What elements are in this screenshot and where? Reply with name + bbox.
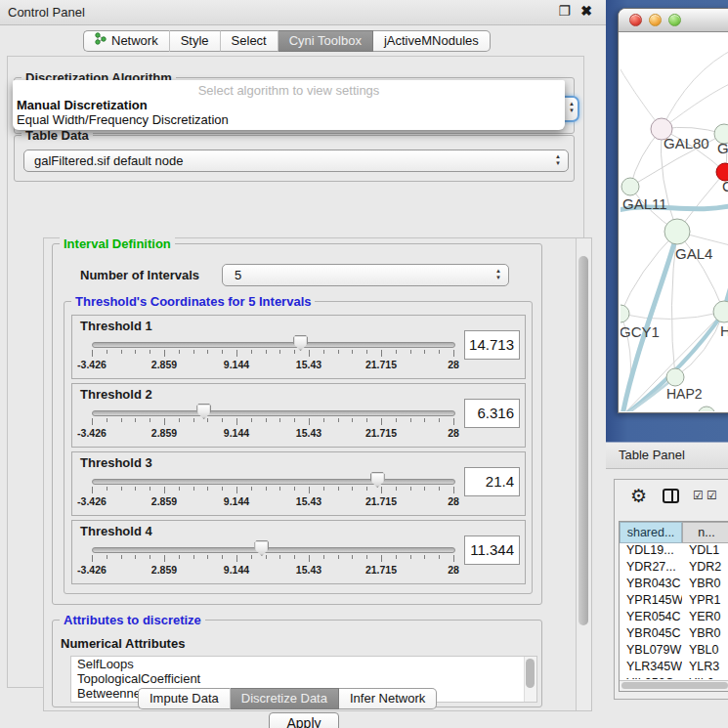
network-node-hap2[interactable] xyxy=(666,368,684,386)
table-row[interactable]: YBR043CYBR0 xyxy=(620,577,728,593)
scrollbar-thumb[interactable] xyxy=(526,659,535,688)
tick-mark xyxy=(439,350,440,354)
slider-thumb[interactable] xyxy=(196,404,211,419)
checkbox-icon[interactable]: ☑ xyxy=(707,489,717,502)
tick-label: -3.426 xyxy=(77,427,107,439)
slider-thumb[interactable] xyxy=(370,472,385,488)
slider-track[interactable] xyxy=(92,547,455,553)
table-cell: YBL0 xyxy=(682,643,728,660)
tab-style[interactable]: Style xyxy=(170,30,221,52)
table-cell: YDR27... xyxy=(620,560,682,577)
tick-label: 21.715 xyxy=(365,427,397,439)
tick-mark xyxy=(338,487,339,491)
network-node-gcy1[interactable] xyxy=(621,305,629,322)
table-header-row: shared...n... xyxy=(620,522,728,543)
network-node-gal11[interactable] xyxy=(621,178,639,195)
threshold-value-field[interactable]: 11.344 xyxy=(464,535,520,565)
tick-mark xyxy=(207,418,208,422)
tick-label: 9.144 xyxy=(224,564,249,576)
zoom-window-button[interactable] xyxy=(668,14,681,26)
column-header[interactable]: n... xyxy=(682,522,728,543)
tick-mark xyxy=(193,350,194,354)
tick-mark xyxy=(135,487,136,491)
settings-vertical-scrollbar[interactable] xyxy=(576,238,591,710)
algorithm-option-manual-discretization[interactable]: Manual Discretization xyxy=(13,98,565,112)
table-panel-titlebar: Table Panel xyxy=(606,442,728,469)
network-edge[interactable] xyxy=(621,60,662,129)
threshold-value-field[interactable]: 21.4 xyxy=(464,467,520,496)
network-desktop: GAL80GACGAL11GAL4GCY1HHAP2 xyxy=(606,0,728,442)
slider-thumb[interactable] xyxy=(293,335,308,351)
table-row[interactable]: YDL19...YDL1 xyxy=(620,543,728,560)
attribute-item-selfloops[interactable]: SelfLoops xyxy=(71,657,536,671)
tab-label: Style xyxy=(181,31,209,51)
combo-stepper-icon[interactable]: ▲▼ xyxy=(493,268,503,281)
slider-track[interactable] xyxy=(92,479,455,485)
tab-select[interactable]: Select xyxy=(221,30,278,52)
gear-icon[interactable]: ⚙ xyxy=(630,485,647,508)
threshold-value-field[interactable]: 14.713 xyxy=(464,330,520,360)
apply-button[interactable]: Apply xyxy=(269,712,339,728)
tick-mark xyxy=(193,555,194,559)
tab-infer-network[interactable]: Infer Network xyxy=(339,688,437,709)
table-data-combobox-value: galFiltered.sif default node xyxy=(34,153,183,168)
tab-jactivemnodules[interactable]: jActiveMNodules xyxy=(373,30,491,52)
table-row[interactable]: YIL052CYIL0 xyxy=(620,676,728,679)
slider-track[interactable] xyxy=(92,342,455,348)
checkbox-icon[interactable]: ☑ xyxy=(693,489,704,502)
number-of-intervals-combobox[interactable]: 5 ▲▼ xyxy=(222,264,509,286)
tick-mark xyxy=(410,418,411,422)
tick-mark xyxy=(222,418,223,422)
network-edge[interactable] xyxy=(621,232,677,314)
tick-mark xyxy=(266,350,267,354)
tab-network[interactable]: Network xyxy=(83,30,170,52)
network-node-b[interactable] xyxy=(698,407,715,411)
float-panel-icon[interactable]: ❐ xyxy=(558,3,571,19)
column-header[interactable]: shared... xyxy=(620,522,682,543)
tick-label: 2.859 xyxy=(151,359,177,370)
network-edge[interactable] xyxy=(622,234,677,411)
slider-thumb[interactable] xyxy=(254,540,269,556)
minimize-window-button[interactable] xyxy=(649,14,662,26)
threshold-value-field[interactable]: 6.316 xyxy=(464,399,520,428)
network-edge[interactable] xyxy=(662,48,728,129)
table-row[interactable]: YDR27...YDR2 xyxy=(620,560,728,577)
slider-track[interactable] xyxy=(92,410,455,416)
tick-mark xyxy=(338,555,339,559)
threshold-label: Threshold 1 xyxy=(80,319,152,333)
tick-mark xyxy=(207,487,208,491)
table-data-combobox[interactable]: galFiltered.sif default node ▲▼ xyxy=(23,150,569,172)
network-node-h[interactable] xyxy=(713,301,728,322)
table-horizontal-scrollbar[interactable] xyxy=(620,680,728,691)
network-node-gal4[interactable] xyxy=(664,219,690,244)
network-canvas[interactable]: GAL80GACGAL11GAL4GCY1HHAP2 xyxy=(621,32,728,411)
network-edge[interactable] xyxy=(662,81,728,129)
tick-mark xyxy=(179,350,180,354)
scrollbar-thumb[interactable] xyxy=(578,256,588,625)
tab-cyni-toolbox[interactable]: Cyni Toolbox xyxy=(278,30,373,52)
tick-mark xyxy=(396,555,397,559)
split-columns-icon[interactable] xyxy=(663,489,679,503)
tick-mark xyxy=(309,418,310,425)
scrollbar-thumb[interactable] xyxy=(621,682,728,689)
tick-mark xyxy=(107,487,107,491)
tick-mark xyxy=(251,487,252,491)
network-edge[interactable] xyxy=(677,232,724,312)
table-row[interactable]: YBL079WYBL0 xyxy=(620,643,728,660)
attributes-list-scrollbar[interactable] xyxy=(524,657,536,702)
threshold-label: Threshold 3 xyxy=(80,455,152,470)
threshold-2-block: Threshold 2-3.4262.8599.14415.4321.71528… xyxy=(71,383,526,448)
combo-stepper-icon[interactable]: ▲▼ xyxy=(553,153,563,167)
table-row[interactable]: YER054CYER0 xyxy=(620,610,728,626)
tab-discretize-data[interactable]: Discretize Data xyxy=(231,688,339,709)
table-row[interactable]: YPR145WYPR1 xyxy=(620,593,728,610)
network-edge[interactable] xyxy=(621,312,724,320)
close-window-button[interactable] xyxy=(629,14,642,26)
application-window: Control Panel ❐ ✖ NetworkStyleSelectCyni… xyxy=(0,0,728,728)
tab-impute-data[interactable]: Impute Data xyxy=(138,688,231,709)
close-panel-icon[interactable]: ✖ xyxy=(580,3,592,19)
table-row[interactable]: YBR045CYBR0 xyxy=(620,626,728,643)
attribute-item-topologicalcoefficient[interactable]: TopologicalCoefficient xyxy=(71,671,536,686)
table-row[interactable]: YLR345WYLR3 xyxy=(620,660,728,676)
algorithm-option-equal-width-frequency-discretization[interactable]: Equal Width/Frequency Discretization xyxy=(13,112,565,127)
